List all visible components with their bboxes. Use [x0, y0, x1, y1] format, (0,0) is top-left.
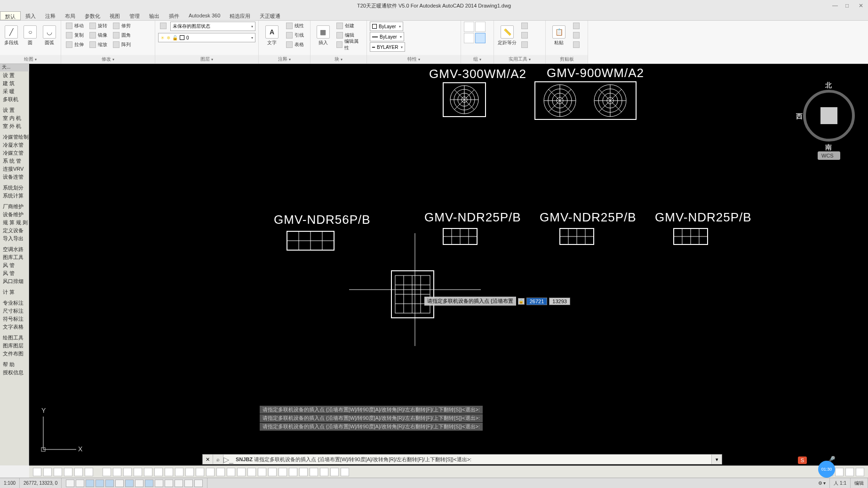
pal-item[interactable]: 文件布图: [0, 350, 29, 358]
ducs-toggle[interactable]: [135, 480, 143, 487]
sb-ic[interactable]: [134, 468, 142, 476]
sb-ic[interactable]: [320, 468, 328, 476]
pal-item[interactable]: 冷凝水管: [0, 141, 29, 149]
text-button[interactable]: A文字: [262, 22, 282, 50]
minimize-button[interactable]: —: [832, 2, 839, 9]
pal-item[interactable]: 室 外 机: [0, 122, 29, 130]
pal-item[interactable]: 风口排烟: [0, 277, 29, 285]
panel-modify-title[interactable]: 修改: [102, 56, 114, 62]
sb-ic[interactable]: [856, 468, 864, 476]
tab-a360[interactable]: Autodesk 360: [184, 11, 225, 20]
mirror-button[interactable]: 镜像: [88, 31, 109, 39]
copy-clip-button[interactable]: [571, 31, 581, 39]
measure-button[interactable]: 📏定距等分: [497, 22, 518, 50]
sb-ic[interactable]: [43, 468, 52, 476]
dim-linear-button[interactable]: 线性: [284, 22, 306, 30]
pal-item[interactable]: 采 暖: [0, 87, 29, 95]
status-scale[interactable]: 1:100: [0, 478, 20, 488]
tab-insert[interactable]: 插入: [21, 11, 40, 20]
tab-output[interactable]: 输出: [144, 11, 164, 20]
command-line[interactable]: ✕ ⌕ ▷_ SNJBZ 请指定多联机设备的插入点 {沿墙布置[W]/转90度[…: [202, 454, 722, 464]
tab-default[interactable]: 默认: [0, 11, 21, 20]
panel-group-title[interactable]: 组: [473, 56, 481, 62]
color-combo[interactable]: ByLayer: [370, 22, 403, 31]
pal-item[interactable]: 图库工具: [0, 253, 29, 261]
util-3[interactable]: [519, 40, 530, 49]
pal-item[interactable]: 设备连管: [0, 173, 29, 181]
sc-toggle[interactable]: [184, 480, 193, 487]
tab-featured[interactable]: 精选应用: [225, 11, 255, 20]
pal-item[interactable]: 冷媒立管: [0, 149, 29, 157]
dyn-y-input[interactable]: 13293: [549, 298, 570, 305]
ime-lang[interactable]: 中: [810, 456, 815, 464]
pal-item[interactable]: 设备维护: [0, 211, 29, 219]
sb-ic[interactable]: [330, 468, 339, 476]
sb-ic[interactable]: [196, 468, 204, 476]
fillet-button[interactable]: 圆角: [111, 31, 133, 39]
settings-icon[interactable]: ⚙: [852, 456, 859, 464]
drawing-canvas[interactable]: GMV-300WM/A2 GMV-900WM/A2 GMV-NDR56P/B G…: [29, 64, 868, 465]
lwt-toggle[interactable]: [155, 480, 163, 487]
tab-parametric[interactable]: 参数化: [80, 11, 105, 20]
pal-item[interactable]: 室 内 机: [0, 114, 29, 122]
sb-ic[interactable]: [258, 468, 266, 476]
status-mode[interactable]: 编辑: [851, 478, 868, 488]
stretch-button[interactable]: 拉伸: [64, 40, 86, 49]
sb-ic[interactable]: [103, 468, 111, 476]
group-btn-2[interactable]: [475, 22, 486, 32]
group-btn-4[interactable]: [475, 33, 486, 43]
sb-ic[interactable]: [237, 468, 246, 476]
cmdline-text[interactable]: SNJBZ 请指定多联机设备的插入点 {沿墙布置[W]/转90度[A]/改转角[…: [233, 456, 711, 463]
pal-item[interactable]: 系统划分: [0, 184, 29, 192]
move-button[interactable]: 移动: [64, 22, 86, 30]
sb-ic[interactable]: [279, 468, 287, 476]
cut-button[interactable]: [571, 22, 581, 30]
sb-ic[interactable]: [845, 468, 854, 476]
pal-item[interactable]: 设 置: [0, 106, 29, 114]
pal-item[interactable]: 系统计算: [0, 192, 29, 200]
sb-ic[interactable]: [185, 468, 194, 476]
pal-item[interactable]: 图库图层: [0, 342, 29, 350]
sb-ic[interactable]: [227, 468, 235, 476]
pal-item[interactable]: 厂商维护: [0, 203, 29, 211]
qp-toggle[interactable]: [175, 480, 183, 487]
tab-view[interactable]: 视图: [105, 11, 125, 20]
polyline-button[interactable]: ╱多段线: [3, 22, 20, 50]
pal-item[interactable]: 导入导出: [0, 235, 29, 243]
pal-item[interactable]: 帮 助: [0, 361, 29, 369]
pal-item[interactable]: 计 算: [0, 288, 29, 296]
group-btn-3[interactable]: [464, 33, 474, 43]
block-create-button[interactable]: 创建: [334, 22, 364, 30]
linetype-combo[interactable]: ━━ByLayer: [370, 32, 404, 41]
viewcube[interactable]: 上 北 西 南: [796, 81, 853, 151]
layer-state-combo[interactable]: 未保存的图层状态: [170, 22, 255, 31]
layer-props-button[interactable]: [158, 22, 168, 30]
sb-ic[interactable]: [74, 468, 83, 476]
am-toggle[interactable]: [194, 480, 203, 487]
sb-ic[interactable]: [54, 468, 62, 476]
dyn-x-input[interactable]: 26721: [526, 298, 548, 305]
panel-prop-title[interactable]: 特性: [407, 56, 420, 62]
anno-scale[interactable]: 人 1:1: [830, 478, 851, 488]
lineweight-combo[interactable]: ━BYLAYER: [370, 42, 405, 52]
sb-ic[interactable]: [64, 468, 72, 476]
pal-item[interactable]: 风 管: [0, 261, 29, 269]
osnap-toggle[interactable]: [105, 480, 114, 487]
ortho-toggle[interactable]: [86, 480, 94, 487]
pal-item[interactable]: 系 统 管: [0, 157, 29, 165]
sb-ic[interactable]: [341, 468, 349, 476]
pal-item[interactable]: 尺寸标注: [0, 307, 29, 315]
sb-ic[interactable]: [154, 468, 163, 476]
tpy-toggle[interactable]: [165, 480, 173, 487]
pal-item[interactable]: 绘图工具: [0, 334, 29, 342]
sb-ic[interactable]: [310, 468, 318, 476]
panel-draw-title[interactable]: 绘图: [24, 56, 36, 62]
trim-button[interactable]: 修剪: [111, 22, 133, 30]
tab-annotate[interactable]: 注释: [40, 11, 60, 20]
sb-ic[interactable]: [175, 468, 183, 476]
maximize-button[interactable]: □: [845, 2, 852, 9]
pal-item[interactable]: 专业标注: [0, 299, 29, 307]
pal-item[interactable]: 规 算 规 则: [0, 219, 29, 227]
ime-indicator[interactable]: S: [798, 457, 807, 464]
pal-item[interactable]: 空调水路: [0, 245, 29, 253]
